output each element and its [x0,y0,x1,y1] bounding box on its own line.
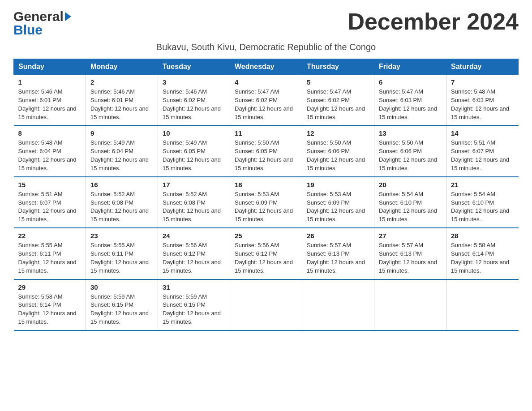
day-info: Sunrise: 5:58 AMSunset: 6:14 PMDaylight:… [451,241,514,275]
day-number: 11 [235,129,297,137]
calendar-cell: 3Sunrise: 5:46 AMSunset: 6:02 PMDaylight… [158,75,230,126]
calendar-cell: 11Sunrise: 5:50 AMSunset: 6:05 PMDayligh… [230,125,302,176]
day-info: Sunrise: 5:56 AMSunset: 6:12 PMDaylight:… [163,241,225,275]
day-number: 5 [307,78,369,86]
day-number: 4 [235,78,297,86]
day-info: Sunrise: 5:47 AMSunset: 6:02 PMDaylight:… [235,88,297,121]
calendar-cell: 7Sunrise: 5:48 AMSunset: 6:03 PMDaylight… [446,75,519,126]
calendar-cell [230,279,302,330]
logo-blue-text: Blue [13,22,43,38]
calendar-header-thursday: Thursday [302,59,374,75]
calendar-week-row: 22Sunrise: 5:55 AMSunset: 6:11 PMDayligh… [14,228,519,279]
calendar-table: SundayMondayTuesdayWednesdayThursdayFrid… [13,59,519,331]
calendar-header-friday: Friday [374,59,446,75]
day-number: 20 [379,181,442,188]
day-info: Sunrise: 5:47 AMSunset: 6:03 PMDaylight:… [379,88,442,121]
day-info: Sunrise: 5:55 AMSunset: 6:11 PMDaylight:… [90,241,153,275]
day-info: Sunrise: 5:52 AMSunset: 6:08 PMDaylight:… [90,190,153,224]
day-number: 15 [18,181,82,188]
day-number: 6 [379,78,442,86]
calendar-week-row: 1Sunrise: 5:46 AMSunset: 6:01 PMDaylight… [14,75,519,126]
day-info: Sunrise: 5:53 AMSunset: 6:09 PMDaylight:… [307,190,369,224]
day-number: 14 [451,129,514,137]
calendar-cell: 30Sunrise: 5:59 AMSunset: 6:15 PMDayligh… [86,279,158,330]
day-number: 21 [451,181,514,188]
calendar-cell: 16Sunrise: 5:52 AMSunset: 6:08 PMDayligh… [86,177,158,228]
calendar-header-monday: Monday [86,59,158,75]
location-title: Bukavu, South Kivu, Democratic Republic … [13,42,519,52]
day-info: Sunrise: 5:59 AMSunset: 6:15 PMDaylight:… [90,293,153,326]
calendar-header-wednesday: Wednesday [230,59,302,75]
calendar-cell: 2Sunrise: 5:46 AMSunset: 6:01 PMDaylight… [86,75,158,126]
day-number: 31 [163,283,225,291]
day-info: Sunrise: 5:48 AMSunset: 6:04 PMDaylight:… [18,139,82,172]
day-number: 17 [163,181,225,188]
calendar-cell: 22Sunrise: 5:55 AMSunset: 6:11 PMDayligh… [14,228,86,279]
day-number: 24 [163,232,225,240]
calendar-week-row: 8Sunrise: 5:48 AMSunset: 6:04 PMDaylight… [14,125,519,176]
day-number: 8 [18,129,82,137]
calendar-cell: 12Sunrise: 5:50 AMSunset: 6:06 PMDayligh… [302,125,374,176]
day-info: Sunrise: 5:54 AMSunset: 6:10 PMDaylight:… [451,190,514,224]
logo: General Blue [13,9,71,38]
calendar-cell: 31Sunrise: 5:59 AMSunset: 6:15 PMDayligh… [158,279,230,330]
calendar-cell: 29Sunrise: 5:58 AMSunset: 6:14 PMDayligh… [14,279,86,330]
calendar-cell: 25Sunrise: 5:56 AMSunset: 6:12 PMDayligh… [230,228,302,279]
day-info: Sunrise: 5:51 AMSunset: 6:07 PMDaylight:… [451,139,514,172]
calendar-cell: 18Sunrise: 5:53 AMSunset: 6:09 PMDayligh… [230,177,302,228]
day-number: 1 [18,78,82,86]
calendar-week-row: 29Sunrise: 5:58 AMSunset: 6:14 PMDayligh… [14,279,519,330]
calendar-cell: 28Sunrise: 5:58 AMSunset: 6:14 PMDayligh… [446,228,519,279]
calendar-cell: 21Sunrise: 5:54 AMSunset: 6:10 PMDayligh… [446,177,519,228]
day-info: Sunrise: 5:55 AMSunset: 6:11 PMDaylight:… [18,241,82,275]
day-info: Sunrise: 5:50 AMSunset: 6:05 PMDaylight:… [235,139,297,172]
logo-general-text: General [13,9,64,24]
calendar-cell: 26Sunrise: 5:57 AMSunset: 6:13 PMDayligh… [302,228,374,279]
day-number: 13 [379,129,442,137]
day-info: Sunrise: 5:59 AMSunset: 6:15 PMDaylight:… [163,293,225,326]
calendar-cell: 15Sunrise: 5:51 AMSunset: 6:07 PMDayligh… [14,177,86,228]
calendar-cell: 5Sunrise: 5:47 AMSunset: 6:02 PMDaylight… [302,75,374,126]
day-number: 23 [90,232,153,240]
day-number: 30 [90,283,153,291]
day-info: Sunrise: 5:50 AMSunset: 6:06 PMDaylight:… [379,139,442,172]
calendar-header-row: SundayMondayTuesdayWednesdayThursdayFrid… [14,59,519,75]
calendar-cell: 17Sunrise: 5:52 AMSunset: 6:08 PMDayligh… [158,177,230,228]
day-number: 2 [90,78,153,86]
day-info: Sunrise: 5:47 AMSunset: 6:02 PMDaylight:… [307,88,369,121]
day-number: 12 [307,129,369,137]
day-info: Sunrise: 5:57 AMSunset: 6:13 PMDaylight:… [307,241,369,275]
calendar-cell: 13Sunrise: 5:50 AMSunset: 6:06 PMDayligh… [374,125,446,176]
day-number: 18 [235,181,297,188]
day-info: Sunrise: 5:52 AMSunset: 6:08 PMDaylight:… [163,190,225,224]
calendar-header-sunday: Sunday [14,59,86,75]
day-info: Sunrise: 5:56 AMSunset: 6:12 PMDaylight:… [235,241,297,275]
calendar-cell: 23Sunrise: 5:55 AMSunset: 6:11 PMDayligh… [86,228,158,279]
day-info: Sunrise: 5:49 AMSunset: 6:04 PMDaylight:… [90,139,153,172]
day-info: Sunrise: 5:48 AMSunset: 6:03 PMDaylight:… [451,88,514,121]
day-info: Sunrise: 5:46 AMSunset: 6:02 PMDaylight:… [163,88,225,121]
day-info: Sunrise: 5:57 AMSunset: 6:13 PMDaylight:… [379,241,442,275]
calendar-cell: 9Sunrise: 5:49 AMSunset: 6:04 PMDaylight… [86,125,158,176]
calendar-cell [374,279,446,330]
calendar-week-row: 15Sunrise: 5:51 AMSunset: 6:07 PMDayligh… [14,177,519,228]
day-number: 29 [18,283,82,291]
day-number: 7 [451,78,514,86]
day-number: 27 [379,232,442,240]
day-number: 26 [307,232,369,240]
day-info: Sunrise: 5:53 AMSunset: 6:09 PMDaylight:… [235,190,297,224]
calendar-header-tuesday: Tuesday [158,59,230,75]
day-number: 28 [451,232,514,240]
day-number: 9 [90,129,153,137]
calendar-cell: 6Sunrise: 5:47 AMSunset: 6:03 PMDaylight… [374,75,446,126]
calendar-cell: 10Sunrise: 5:49 AMSunset: 6:05 PMDayligh… [158,125,230,176]
day-number: 10 [163,129,225,137]
logo-arrow-icon [65,12,71,21]
page-header: General Blue December 2024 [13,9,519,38]
calendar-cell: 19Sunrise: 5:53 AMSunset: 6:09 PMDayligh… [302,177,374,228]
month-title: December 2024 [348,9,519,34]
calendar-cell: 24Sunrise: 5:56 AMSunset: 6:12 PMDayligh… [158,228,230,279]
day-info: Sunrise: 5:58 AMSunset: 6:14 PMDaylight:… [18,293,82,326]
day-info: Sunrise: 5:49 AMSunset: 6:05 PMDaylight:… [163,139,225,172]
day-number: 3 [163,78,225,86]
